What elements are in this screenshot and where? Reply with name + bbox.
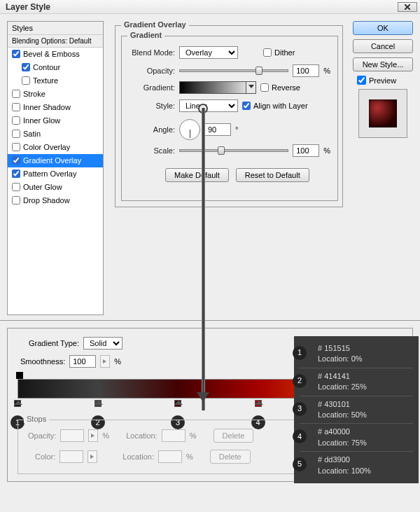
- cancel-button[interactable]: Cancel: [353, 39, 413, 53]
- gradient-type-select[interactable]: Solid: [83, 337, 122, 350]
- style-checkbox[interactable]: [12, 196, 20, 205]
- stop-opacity-field: [60, 429, 84, 442]
- gradient-type-label: Gradient Type:: [29, 339, 79, 347]
- smoothness-row: Smoothness: 100 %: [20, 355, 121, 368]
- color-stop-2[interactable]: [94, 400, 102, 407]
- style-label: Inner Shadow: [23, 103, 71, 111]
- style-row: Style: Linear Align with Layer: [129, 99, 308, 112]
- annotation-location: Location: 0%: [318, 354, 413, 364]
- style-row-inner-glow[interactable]: Inner Glow: [8, 114, 103, 127]
- scale-label: Scale:: [129, 146, 175, 155]
- annotation-item-4: 4# a40000Location: 75%: [300, 424, 413, 452]
- style-label: Contour: [33, 63, 60, 71]
- make-default-button[interactable]: Make Default: [165, 168, 229, 182]
- stop-color-row: Color: Location: % Delete: [35, 450, 251, 464]
- style-label: Gradient Overlay: [23, 156, 81, 165]
- gradient-strip[interactable]: [18, 379, 338, 399]
- style-checkbox[interactable]: [12, 130, 20, 138]
- style-row-pattern-overlay[interactable]: Pattern Overlay: [8, 167, 103, 181]
- stop-color-flyout: [88, 450, 97, 463]
- close-button[interactable]: [398, 2, 417, 12]
- opacity-label: Opacity:: [129, 67, 175, 75]
- style-select[interactable]: Linear: [179, 99, 238, 112]
- smoothness-label: Smoothness:: [20, 357, 65, 366]
- annotation-item-2: 2# 414141Location: 25%: [300, 368, 413, 396]
- style-checkbox[interactable]: [22, 63, 30, 71]
- stops-title: Stops: [24, 415, 49, 423]
- color-stop-1[interactable]: [14, 400, 21, 407]
- reset-default-button[interactable]: Reset to Default: [236, 168, 309, 182]
- gradient-type-row: Gradient Type: Solid: [29, 337, 122, 350]
- style-row-satin[interactable]: Satin: [8, 127, 103, 141]
- style-row-texture[interactable]: Texture: [8, 74, 103, 88]
- style-checkbox[interactable]: [12, 143, 20, 151]
- style-row-gradient-overlay[interactable]: Gradient Overlay: [8, 154, 103, 167]
- opacity-slider[interactable]: [179, 69, 288, 72]
- style-label: Pattern Overlay: [23, 169, 76, 178]
- dither-checkbox[interactable]: Dither: [263, 48, 295, 57]
- gradient-bar[interactable]: 12345: [18, 379, 338, 399]
- reverse-checkbox[interactable]: Reverse: [260, 83, 300, 92]
- angle-wheel[interactable]: [179, 119, 200, 140]
- dialog-buttons: OK Cancel New Style... Preview: [353, 21, 413, 138]
- delete-opacity-stop-button: Delete: [214, 429, 254, 443]
- blending-options-row[interactable]: Blending Options: Default: [8, 35, 103, 48]
- stop-color-swatch: [59, 450, 83, 463]
- style-checkbox[interactable]: [12, 116, 20, 125]
- style-checkbox[interactable]: [22, 76, 30, 85]
- smoothness-value[interactable]: 100: [69, 355, 96, 368]
- style-checkbox[interactable]: [12, 169, 20, 178]
- style-row-bevel-emboss[interactable]: Bevel & Emboss: [8, 48, 103, 61]
- ok-button[interactable]: OK: [353, 21, 413, 35]
- gradient-dropdown-button[interactable]: [246, 82, 255, 93]
- angle-label: Angle:: [129, 125, 175, 134]
- annotation-badge: 5: [293, 457, 307, 471]
- opacity-row: Opacity: 100 %: [129, 64, 330, 77]
- annotation-badge: 1: [293, 346, 307, 360]
- style-row-outer-glow[interactable]: Outer Glow: [8, 181, 103, 194]
- style-row-color-overlay[interactable]: Color Overlay: [8, 141, 103, 154]
- subgroup-title: Gradient: [127, 31, 164, 39]
- style-row-drop-shadow[interactable]: Drop Shadow: [8, 194, 103, 207]
- style-label: Style:: [129, 102, 175, 110]
- gradient-row: Gradient: Reverse: [129, 81, 300, 94]
- align-checkbox[interactable]: Align with Layer: [242, 102, 308, 110]
- style-row-inner-shadow[interactable]: Inner Shadow: [8, 101, 103, 114]
- scale-row: Scale: 100 %: [129, 144, 330, 157]
- preview-checkbox[interactable]: Preview: [357, 76, 413, 85]
- smoothness-flyout[interactable]: [100, 355, 110, 368]
- angle-value[interactable]: 90: [204, 123, 231, 136]
- style-checkbox[interactable]: [12, 156, 20, 165]
- annotation-item-1: 1# 151515Location: 0%: [300, 340, 413, 368]
- stop-color-label: Color:: [35, 452, 55, 461]
- scale-slider[interactable]: [179, 149, 288, 152]
- color-stop-4[interactable]: [255, 400, 262, 407]
- annotation-box: 1# 151515Location: 0%2# 414141Location: …: [294, 336, 419, 483]
- top-panel: Styles Blending Options: Default Bevel &…: [0, 14, 420, 321]
- blend-mode-row: Blend Mode: Overlay Dither: [129, 46, 295, 59]
- new-style-button[interactable]: New Style...: [353, 57, 413, 71]
- annotation-hex: # 414141: [318, 371, 413, 382]
- gradient-swatch[interactable]: [179, 81, 256, 94]
- style-label: Color Overlay: [23, 143, 70, 151]
- styles-header[interactable]: Styles: [8, 22, 103, 35]
- style-row-contour[interactable]: Contour: [8, 61, 103, 74]
- style-checkbox[interactable]: [12, 50, 20, 58]
- style-label: Stroke: [23, 90, 46, 98]
- style-checkbox[interactable]: [12, 183, 20, 191]
- color-stop-3[interactable]: [174, 400, 181, 407]
- annotation-arrow: [202, 108, 205, 410]
- stop-location-field-1: [162, 429, 186, 442]
- annotation-badge: 4: [293, 429, 307, 443]
- opacity-value[interactable]: 100: [293, 64, 319, 77]
- scale-value[interactable]: 100: [293, 144, 319, 157]
- preview-thumbnail: [358, 89, 407, 138]
- annotation-hex: # 151515: [318, 343, 413, 354]
- opacity-stop-left[interactable]: [16, 372, 23, 379]
- style-row-stroke[interactable]: Stroke: [8, 88, 103, 101]
- style-checkbox[interactable]: [12, 103, 20, 111]
- annotation-badge: 3: [293, 402, 307, 416]
- blend-mode-select[interactable]: Overlay: [179, 46, 238, 59]
- style-checkbox[interactable]: [12, 90, 20, 98]
- group-title: Gradient Overlay: [121, 20, 189, 29]
